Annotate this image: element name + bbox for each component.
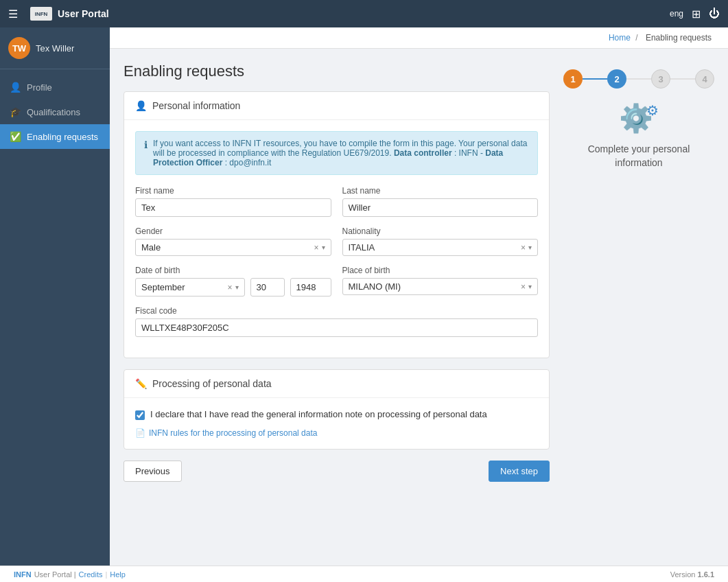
gender-select[interactable]: Male × ▾ (135, 239, 331, 256)
declaration-label: I declare that I have read the general i… (150, 409, 487, 419)
fiscal-group: Fiscal code (135, 306, 538, 337)
gender-nationality-row: Gender Male × ▾ Nationality ITALIA (135, 226, 538, 256)
first-name-label: First name (135, 186, 331, 196)
last-name-input[interactable] (342, 198, 539, 217)
first-name-group: First name (135, 186, 331, 217)
pob-group: Place of birth MILANO (MI) × ▾ (342, 266, 539, 296)
last-name-group: Last name (342, 186, 539, 217)
grid-icon[interactable]: ⊞ (692, 8, 701, 21)
wizard-icon-area: ⚙️ ⚙ (563, 102, 714, 135)
declaration-checkbox[interactable] (135, 410, 145, 420)
sidebar-item-label: Qualifications (27, 107, 80, 117)
footer-infn-link[interactable]: INFN (14, 570, 32, 579)
avatar: TW (8, 37, 30, 59)
hamburger-icon[interactable]: ☰ (8, 8, 18, 21)
sidebar-item-profile[interactable]: 👤 Profile (0, 75, 110, 100)
processing-card: ✏️ Processing of personal data I declare… (124, 369, 550, 450)
nationality-label: Nationality (342, 226, 539, 236)
lang-label[interactable]: eng (670, 9, 683, 19)
gender-clear[interactable]: × (314, 243, 318, 253)
user-section-icon: 👤 (135, 100, 147, 111)
content-area: Enabling requests 👤 Personal information… (110, 49, 728, 582)
last-name-label: Last name (342, 186, 539, 196)
step-line-2 (626, 78, 651, 80)
month-value: September (141, 282, 227, 292)
month-clear[interactable]: × (227, 283, 232, 292)
pob-select[interactable]: MILANO (MI) × ▾ (342, 278, 539, 295)
wizard-steps: 1 2 3 4 (563, 69, 714, 89)
declaration-row: I declare that I have read the general i… (135, 409, 538, 420)
previous-button[interactable]: Previous (124, 461, 182, 482)
card-body-processing: I declare that I have read the general i… (124, 398, 549, 449)
main-content: Enabling requests 👤 Personal information… (124, 62, 550, 568)
fiscal-row: Fiscal code (135, 306, 538, 337)
sidebar-username: Tex Willer (36, 43, 74, 54)
breadcrumb-home[interactable]: Home (609, 33, 631, 43)
sidebar-item-label: Enabling requests (27, 132, 98, 142)
doc-icon: 📄 (135, 428, 145, 438)
gender-value: Male (141, 242, 314, 253)
day-input[interactable] (250, 278, 285, 296)
card-header-personal: 👤 Personal information (124, 92, 549, 120)
pob-arrow[interactable]: ▾ (528, 283, 532, 290)
sidebar: TW Tex Willer 👤 Profile 🎓 Qualifications… (0, 27, 110, 566)
qualifications-icon: 🎓 (10, 106, 21, 117)
sidebar-item-qualifications[interactable]: 🎓 Qualifications (0, 100, 110, 124)
fiscal-input[interactable] (135, 318, 538, 337)
year-input[interactable] (290, 278, 331, 296)
step-line-3 (670, 78, 695, 80)
doc-link[interactable]: 📄 INFN rules for the processing of perso… (135, 428, 538, 438)
footer-sep: | (105, 570, 107, 579)
page-title: Enabling requests (124, 62, 550, 80)
processing-title: Processing of personal data (152, 378, 272, 389)
wizard-sidebar: 1 2 3 4 ⚙️ ⚙ Complete your personal i (563, 62, 714, 568)
name-row: First name Last name (135, 186, 538, 217)
main-wrapper: Home / Enabling requests Enabling reques… (110, 27, 728, 582)
card-header-processing: ✏️ Processing of personal data (124, 370, 549, 398)
action-bar: Previous Next step (124, 461, 550, 482)
sidebar-item-label: Profile (27, 82, 52, 93)
sidebar-item-enabling-requests[interactable]: ✅ Enabling requests (0, 124, 110, 149)
pob-label: Place of birth (342, 266, 539, 275)
breadcrumb-separator: / (635, 33, 637, 43)
nationality-select[interactable]: ITALIA × ▾ (342, 239, 539, 256)
next-step-button[interactable]: Next step (489, 461, 550, 482)
top-nav-right: eng ⊞ ⏻ (670, 8, 720, 21)
fiscal-label: Fiscal code (135, 306, 538, 316)
footer-help[interactable]: Help (110, 570, 126, 579)
top-nav: ☰ INFN User Portal eng ⊞ ⏻ (0, 0, 728, 27)
gender-arrow[interactable]: ▾ (322, 244, 325, 251)
info-alert: ℹ If you want access to INFN IT resource… (135, 131, 538, 175)
nationality-value: ITALIA (349, 242, 521, 253)
footer-version: Version 1.6.1 (670, 570, 714, 579)
nationality-arrow[interactable]: ▾ (528, 244, 532, 251)
nationality-group: Nationality ITALIA × ▾ (342, 226, 539, 256)
pob-value: MILANO (MI) (349, 281, 521, 292)
brand-title: User Portal (58, 8, 109, 19)
gender-label: Gender (135, 226, 331, 236)
power-icon[interactable]: ⏻ (709, 8, 720, 20)
nationality-clear[interactable]: × (521, 243, 526, 253)
card-body-personal: ℹ If you want access to INFN IT resource… (124, 120, 549, 358)
step-4: 4 (695, 69, 714, 89)
personal-info-card: 👤 Personal information ℹ If you want acc… (124, 91, 550, 358)
month-arrow[interactable]: ▾ (235, 283, 239, 291)
pob-clear[interactable]: × (521, 282, 526, 292)
footer-left: INFN User Portal | Credits | Help (14, 570, 126, 579)
breadcrumb-current: Enabling requests (646, 33, 712, 43)
sidebar-nav: 👤 Profile 🎓 Qualifications ✅ Enabling re… (0, 69, 110, 566)
enabling-icon: ✅ (10, 131, 21, 142)
footer-credits[interactable]: Credits (79, 570, 103, 579)
brand: INFN User Portal (30, 7, 109, 21)
doc-link-text: INFN rules for the processing of persona… (149, 428, 317, 438)
date-row: September × ▾ (135, 278, 331, 296)
first-name-input[interactable] (135, 198, 331, 217)
breadcrumb: Home / Enabling requests (609, 33, 714, 43)
footer: INFN User Portal | Credits | Help Versio… (0, 566, 728, 582)
dob-group: Date of birth September × ▾ (135, 266, 331, 296)
footer-portal: User Portal | (34, 570, 76, 579)
step-2: 2 (607, 69, 626, 89)
info-icon: ℹ (144, 139, 148, 167)
gear-small-icon: ⚙ (646, 102, 659, 135)
month-select[interactable]: September × ▾ (135, 278, 245, 296)
